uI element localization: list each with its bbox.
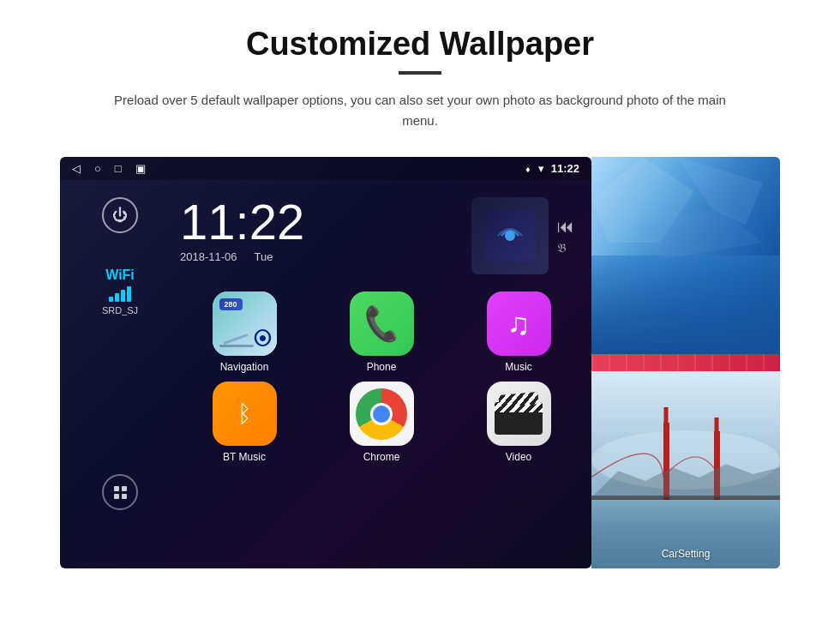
navigation-label: Navigation [220, 361, 269, 373]
recent-icon[interactable]: □ [115, 162, 122, 175]
status-bar-right: ⬧ ▾ 11:22 [525, 162, 579, 175]
bluetooth-symbol-icon: ᛒ [237, 400, 252, 428]
media-side-controls: ⏮ 𝔅 [557, 217, 574, 255]
page-description: Preload over 5 default wallpaper options… [99, 90, 741, 131]
ice-svg-texture [591, 157, 780, 354]
wallpaper-thumb-ice[interactable] [591, 157, 780, 354]
page-wrapper: Customized Wallpaper Preload over 5 defa… [0, 0, 840, 586]
clock-day-value: Tue [255, 250, 273, 263]
media-box: ⏮ 𝔅 [471, 197, 574, 274]
center-content: 11:22 2018-11-06 Tue [180, 180, 591, 540]
wallpaper-thumbnails: CarSetting [591, 157, 780, 568]
chrome-outer-ring [356, 388, 407, 440]
bt-music-label: BT Music [223, 451, 266, 463]
home-icon[interactable]: ○ [94, 162, 101, 175]
nav-compass-icon: ⦿ [253, 328, 272, 351]
main-area: ⏻ WiFi SRD_SJ [60, 180, 591, 540]
wifi-widget: WiFi SRD_SJ [102, 267, 138, 315]
android-screen: ◁ ○ □ ▣ ⬧ ▾ 11:22 ⏻ [60, 157, 591, 568]
music-label: Music [505, 361, 531, 373]
wifi-bar-1 [109, 297, 113, 302]
video-app-icon [487, 382, 551, 446]
wifi-signal-icon [495, 220, 525, 251]
chrome-inner-circle [370, 403, 393, 425]
nav-road-line-2 [223, 334, 248, 345]
grid-dot [122, 486, 127, 491]
apps-grid-button[interactable] [102, 474, 138, 510]
phone-label: Phone [367, 361, 397, 373]
phone-app-icon: 📞 [350, 291, 414, 356]
app-item-chrome[interactable]: Chrome [317, 382, 446, 463]
grid-dots [114, 486, 127, 499]
screenshot-icon[interactable]: ▣ [135, 162, 146, 175]
title-divider [399, 71, 441, 75]
strip-pattern [591, 354, 780, 371]
power-icon: ⏻ [112, 207, 128, 225]
power-button[interactable]: ⏻ [102, 197, 138, 233]
wifi-network-name: SRD_SJ [102, 305, 138, 315]
app-item-bt-music[interactable]: ᛒ BT Music [180, 382, 309, 463]
clock-widget: 11:22 2018-11-06 Tue [180, 197, 304, 263]
chrome-app-icon [350, 382, 414, 446]
music-app-icon: ♫ [487, 291, 551, 356]
app-item-music[interactable]: ♫ Music [454, 291, 583, 373]
nav-badge: 280 [219, 298, 243, 310]
app-item-video[interactable]: Video [454, 382, 583, 463]
grid-dot [114, 494, 119, 499]
media-widget [471, 197, 549, 274]
wifi-bar-4 [127, 286, 131, 302]
clock-date: 2018-11-06 Tue [180, 250, 304, 263]
clock-area: 11:22 2018-11-06 Tue [180, 189, 583, 283]
clock-time: 11:22 [180, 197, 304, 247]
status-bar: ◁ ○ □ ▣ ⬧ ▾ 11:22 [60, 157, 591, 180]
prev-track-icon[interactable]: ⏮ [557, 217, 574, 237]
clock-date-value: 2018-11-06 [180, 250, 237, 263]
apps-grid: 280 ⦿ Navigation 📞 [180, 283, 583, 472]
bridge-mountains-svg [591, 452, 780, 503]
chrome-label: Chrome [363, 451, 400, 463]
nav-map-bg: 280 ⦿ [213, 291, 277, 356]
wallpaper-strip-red [591, 354, 780, 371]
grid-dot [122, 494, 127, 499]
status-time: 11:22 [551, 162, 579, 175]
wifi-bar-3 [121, 290, 125, 302]
left-sidebar: ⏻ WiFi SRD_SJ [60, 180, 180, 540]
music-note-icon: ♫ [507, 306, 531, 342]
back-icon[interactable]: ◁ [72, 162, 81, 175]
wifi-bars [102, 286, 138, 302]
screen-container: ◁ ○ □ ▣ ⬧ ▾ 11:22 ⏻ [60, 157, 780, 568]
bluetooth-icon: 𝔅 [557, 241, 574, 255]
clapperboard [495, 394, 543, 435]
car-setting-label[interactable]: CarSetting [662, 548, 711, 560]
navigation-app-icon: 280 ⦿ [213, 291, 277, 356]
grid-dot [114, 486, 119, 491]
bt-music-app-icon: ᛒ [213, 382, 277, 446]
phone-handset-icon: 📞 [359, 303, 404, 345]
status-bar-left: ◁ ○ □ ▣ [72, 162, 146, 175]
wifi-bar-2 [115, 293, 119, 302]
app-item-phone[interactable]: 📞 Phone [317, 291, 446, 373]
app-item-navigation[interactable]: 280 ⦿ Navigation [180, 291, 309, 373]
nav-road-line [219, 345, 254, 347]
video-label: Video [506, 451, 531, 463]
location-icon: ⬧ [525, 162, 531, 175]
wifi-label: WiFi [102, 267, 138, 283]
media-icon-bg [484, 210, 536, 261]
wallpaper-thumb-bridge[interactable]: CarSetting [591, 371, 780, 568]
page-title: Customized Wallpaper [34, 26, 806, 63]
wifi-status-icon: ▾ [538, 162, 544, 175]
